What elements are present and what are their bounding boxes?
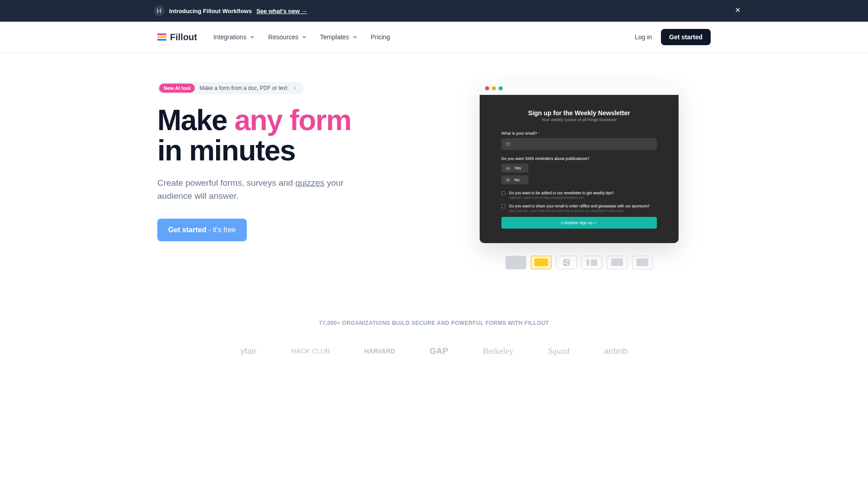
company-logos-row: yfair HACK CLUB HARVARD GAP Berkeley Squ… [0, 346, 868, 356]
window-minimize-dot [492, 86, 496, 90]
ai-tool-pill[interactable]: New AI tool Make a form from a doc, PDF … [157, 82, 304, 94]
form-subheading: Your weekly source of all things busines… [501, 117, 657, 122]
check-newsletter-hint: Optional. Learn more at https://weeklyne… [509, 196, 614, 199]
sms-label: Do you want SMS reminders about publicat… [501, 156, 657, 161]
logo-icon [157, 33, 166, 41]
thumb-5[interactable] [607, 256, 627, 269]
social-proof-section: 77,000+ ORGANIZATIONS BUILD SECURE AND P… [0, 298, 868, 392]
form-heading: Sign up for the Weekly Newsletter [501, 109, 657, 117]
logo-harvard: HARVARD [364, 347, 395, 355]
nav-resources[interactable]: Resources [268, 33, 307, 41]
hero-section: New AI tool Make a form from a doc, PDF … [145, 53, 723, 298]
chevron-down-icon [301, 34, 307, 40]
hero-subtitle: Create powerful forms, surveys and quizz… [157, 177, 356, 202]
theme-thumbnails [505, 256, 653, 269]
hero-title: Make any form in minutes [157, 105, 420, 166]
ai-pill-text: Make a form from a doc, PDF or text [199, 85, 287, 91]
nav-pricing[interactable]: Pricing [371, 33, 390, 41]
logo-wayfair: yfair [241, 346, 257, 356]
main-header: Fillout Integrations Resources Templates… [0, 22, 868, 53]
logo-berkeley: Berkeley [482, 346, 514, 356]
social-proof-label: 77,000+ ORGANIZATIONS BUILD SECURE AND P… [0, 320, 868, 326]
radio-no[interactable]: BNo [501, 175, 528, 184]
form-submit-button[interactable]: Complete sign up ✓ [501, 217, 657, 229]
check-newsletter-label: Do you want to be added to our newslette… [509, 191, 614, 196]
brand-logo[interactable]: Fillout [157, 32, 197, 42]
checkbox-sponsors[interactable] [501, 204, 505, 208]
svg-point-2 [565, 261, 566, 262]
ai-badge: New AI tool [159, 84, 195, 93]
workflow-icon [154, 5, 165, 16]
window-maximize-dot [499, 86, 503, 90]
announcement-link[interactable]: See what's new → [256, 8, 307, 14]
cta-button[interactable]: Get started - it's free [157, 219, 247, 241]
get-started-button[interactable]: Get started [661, 29, 711, 45]
chevron-down-icon [249, 34, 255, 40]
email-label: What is your email? * [501, 131, 657, 136]
chevron-right-icon [292, 85, 297, 91]
window-titlebar [480, 82, 679, 95]
check-sponsors-label: Do you want to share your email to enter… [509, 204, 650, 209]
nav-templates[interactable]: Templates [320, 33, 358, 41]
mail-icon [506, 142, 510, 146]
window-close-dot [485, 86, 489, 90]
thumb-6[interactable] [632, 256, 653, 269]
logo-gap: GAP [429, 346, 448, 356]
image-icon [563, 259, 570, 266]
thumb-3[interactable] [556, 256, 577, 269]
announcement-text: Introducing Fillout Workflows [169, 8, 252, 14]
thumb-4[interactable] [581, 256, 602, 269]
check-sponsors-hint: Also optional – your email will be used … [509, 209, 650, 212]
thumb-2[interactable] [531, 256, 552, 269]
radio-yes[interactable]: AYes [501, 164, 528, 173]
logo-hackclub: HACK CLUB [291, 347, 330, 355]
brand-name: Fillout [170, 32, 197, 42]
logo-squad: Squad [548, 346, 570, 356]
checkbox-newsletter[interactable] [501, 191, 505, 195]
email-input[interactable] [501, 138, 657, 150]
form-preview-window: Sign up for the Weekly Newsletter Your w… [480, 82, 679, 243]
logo-airbnb: airbnb [604, 346, 627, 356]
announcement-bar: Introducing Fillout Workflows See what's… [0, 0, 868, 22]
chevron-down-icon [352, 34, 358, 40]
thumb-1[interactable] [505, 256, 526, 269]
close-icon[interactable] [734, 6, 741, 15]
nav-integrations[interactable]: Integrations [213, 33, 255, 41]
main-nav: Integrations Resources Templates Pricing [213, 33, 390, 41]
login-link[interactable]: Log in [635, 33, 652, 41]
